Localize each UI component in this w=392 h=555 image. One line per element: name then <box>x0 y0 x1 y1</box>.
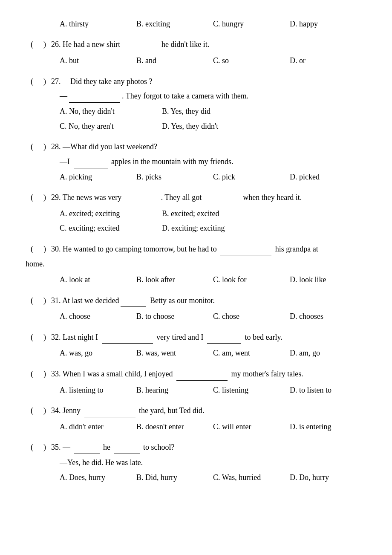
q31-option-b: B. to choose <box>136 309 213 323</box>
q27-options: A. No, they didn't B. Yes, they did C. N… <box>60 104 366 133</box>
q31-paren-close: ) <box>38 295 51 307</box>
q31-options-row: A. choose B. to choose C. chose D. choos… <box>60 309 366 323</box>
question-35: ( ) 35. — he to school? —Yes, he did. He… <box>26 441 366 484</box>
q32-option-d: D. am, go <box>290 346 366 360</box>
q32-blank1 <box>102 331 153 344</box>
q34-text: 34. Jenny the yard, but Ted did. <box>51 405 366 417</box>
q33-options-row: A. listening to B. hearing C. listening … <box>60 383 366 397</box>
q28-paren-close: ) <box>38 141 51 153</box>
q34-option-a: A. didn't enter <box>60 420 136 434</box>
q29-text: 29. The news was very . They all got whe… <box>51 191 366 204</box>
q33-option-b: B. hearing <box>136 383 213 397</box>
q26-paren-close: ) <box>38 38 51 51</box>
q28-line: ( ) 28. —What did you last weekend? <box>26 141 366 153</box>
q27-paren-open: ( <box>26 75 38 88</box>
q27-paren-close: ) <box>38 75 51 88</box>
q35-sub-line: —Yes, he did. He was late. <box>60 457 366 469</box>
q31-line: ( ) 31. At last we decided Betty as our … <box>26 295 366 307</box>
q29-option-d: D. exciting; exciting <box>162 221 264 235</box>
q30-paren-close: ) <box>38 243 51 255</box>
q32-text: 32. Last night I very tired and I to bed… <box>51 331 366 344</box>
question-33: ( ) 33. When I was a small child, I enjo… <box>26 368 366 397</box>
q35-option-c: C. Was, hurried <box>213 471 290 484</box>
q29-option-b: B. excited; excited <box>162 207 264 220</box>
q34-blank <box>84 405 135 417</box>
q34-option-d: D. is entering <box>290 420 366 434</box>
q29-blank2 <box>205 191 239 204</box>
q28-option-d: D. picked <box>290 170 366 184</box>
q34-paren-open: ( <box>26 405 38 417</box>
q31-blank <box>121 295 146 307</box>
q26-option-a: A. but <box>60 54 136 67</box>
q30-option-c: C. look for <box>213 273 290 286</box>
q28-sub-line: —I apples in the mountain with my friend… <box>60 156 366 168</box>
q35-blank1 <box>74 441 100 454</box>
q33-option-c: C. listening <box>213 383 290 397</box>
question-28: ( ) 28. —What did you last weekend? —I a… <box>26 141 366 184</box>
q28-blank <box>74 156 108 168</box>
q27-option-c: C. No, they aren't <box>60 119 162 133</box>
q27-option-b: B. Yes, they did <box>162 104 264 118</box>
q25-option-b: B. exciting <box>136 17 213 31</box>
q27-options-row1: A. No, they didn't B. Yes, they did <box>60 104 366 118</box>
q35-text: 35. — he to school? <box>51 441 366 454</box>
q28-option-b: B. picks <box>136 170 213 184</box>
question-32: ( ) 32. Last night I very tired and I to… <box>26 331 366 360</box>
q27-option-d: D. Yes, they didn't <box>162 119 264 133</box>
q31-option-c: C. chose <box>213 309 290 323</box>
q32-option-c: C. am, went <box>213 346 290 360</box>
q31-paren-open: ( <box>26 295 38 307</box>
q32-paren-open: ( <box>26 331 38 344</box>
q28-paren-open: ( <box>26 141 38 153</box>
q34-line: ( ) 34. Jenny the yard, but Ted did. <box>26 405 366 417</box>
q29-blank1 <box>125 191 159 204</box>
q26-blank <box>124 38 158 51</box>
q33-line: ( ) 33. When I was a small child, I enjo… <box>26 368 366 381</box>
q25-option-c: C. hungry <box>213 17 290 31</box>
q30-line: ( ) 30. He wanted to go camping tomorrow… <box>26 243 366 256</box>
question-25-options: A. thirsty B. exciting C. hungry D. happ… <box>26 17 366 31</box>
question-26: ( ) 26. He had a new shirt he didn't lik… <box>26 38 366 67</box>
q30-continuation: home. <box>26 258 366 270</box>
q26-option-b: B. and <box>136 54 213 67</box>
q32-line: ( ) 32. Last night I very tired and I to… <box>26 331 366 344</box>
q33-text: 33. When I was a small child, I enjoyed … <box>51 368 366 381</box>
q31-option-a: A. choose <box>60 309 136 323</box>
q30-option-b: B. look after <box>136 273 213 286</box>
q29-options: A. excited; exciting B. excited; excited… <box>60 207 366 235</box>
q30-text: 30. He wanted to go camping tomorrow, bu… <box>51 243 366 256</box>
q28-option-c: C. pick <box>213 170 290 184</box>
q29-options-row2: C. exciting; excited D. exciting; exciti… <box>60 221 366 235</box>
q29-option-a: A. excited; exciting <box>60 207 162 220</box>
q35-option-a: A. Does, hurry <box>60 471 136 484</box>
q26-text: 26. He had a new shirt he didn't like it… <box>51 38 366 51</box>
q34-option-c: C. will enter <box>213 420 290 434</box>
q25-option-d: D. happy <box>290 17 366 31</box>
question-30: ( ) 30. He wanted to go camping tomorrow… <box>26 243 366 287</box>
q35-paren-close: ) <box>38 441 51 454</box>
q34-paren-close: ) <box>38 405 51 417</box>
q32-option-a: A. was, go <box>60 346 136 360</box>
q31-option-d: D. chooses <box>290 309 366 323</box>
q27-options-row2: C. No, they aren't D. Yes, they didn't <box>60 119 366 133</box>
q31-text: 31. At last we decided Betty as our moni… <box>51 295 366 307</box>
q26-option-d: D. or <box>290 54 366 67</box>
question-27: ( ) 27. —Did they take any photos ? — . … <box>26 75 366 133</box>
q35-options-row: A. Does, hurry B. Did, hurry C. Was, hur… <box>60 471 366 484</box>
q30-paren-open: ( <box>26 243 38 255</box>
q33-option-d: D. to listen to <box>290 383 366 397</box>
q25-option-a: A. thirsty <box>60 17 136 31</box>
q29-paren-open: ( <box>26 191 38 204</box>
q27-blank <box>69 90 120 103</box>
q30-option-a: A. look at <box>60 273 136 286</box>
q33-paren-open: ( <box>26 368 38 380</box>
question-34: ( ) 34. Jenny the yard, but Ted did. A. … <box>26 405 366 434</box>
q35-option-b: B. Did, hurry <box>136 471 213 484</box>
q33-paren-close: ) <box>38 368 51 380</box>
q32-blank2 <box>207 331 241 344</box>
q27-sub-line: — . They forgot to take a camera with th… <box>60 90 366 103</box>
q35-blank2 <box>114 441 140 454</box>
q27-text: 27. —Did they take any photos ? <box>51 75 366 88</box>
q28-option-a: A. picking <box>60 170 136 184</box>
q26-paren-open: ( <box>26 38 38 51</box>
